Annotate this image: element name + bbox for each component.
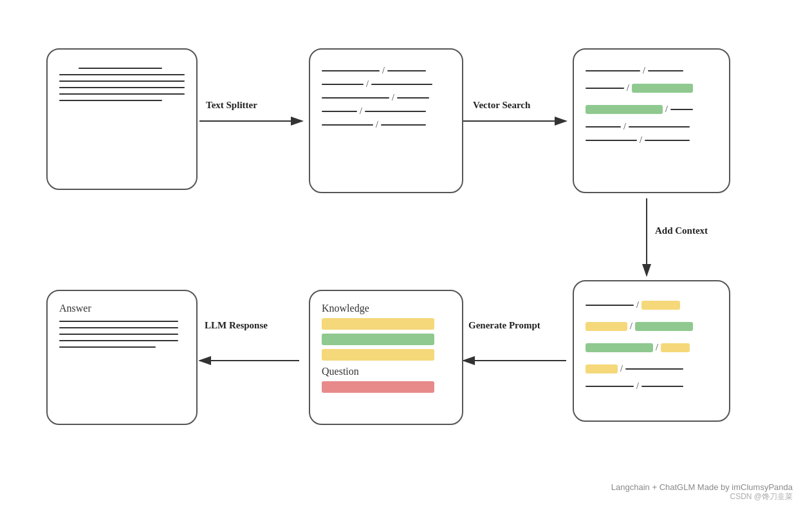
knowledge-label: Knowledge [322,303,450,314]
generate-prompt-label: Generate Prompt [468,320,540,331]
add-context-label: Add Context [655,225,708,236]
card-answer: Answer [46,290,198,425]
question-label: Question [322,366,450,377]
llm-response-label: LLM Response [205,320,268,331]
card-context: / / / / / [573,280,730,422]
answer-label: Answer [59,303,185,314]
watermark: Langchain + ChatGLM Made by imClumsyPand… [611,482,793,492]
card-doc [46,48,198,190]
vector-search-label: Vector Search [473,100,530,111]
card-search: / / / / / [573,48,730,193]
brand: CSDN @馋刀韭菜 [730,491,793,502]
diagram-container: Text Splitter / / / / / Vector Sea [0,0,812,510]
card-knowledge: Knowledge Question [309,290,463,425]
card-chunks: / / / / / [309,48,463,193]
text-splitter-label: Text Splitter [206,100,257,111]
